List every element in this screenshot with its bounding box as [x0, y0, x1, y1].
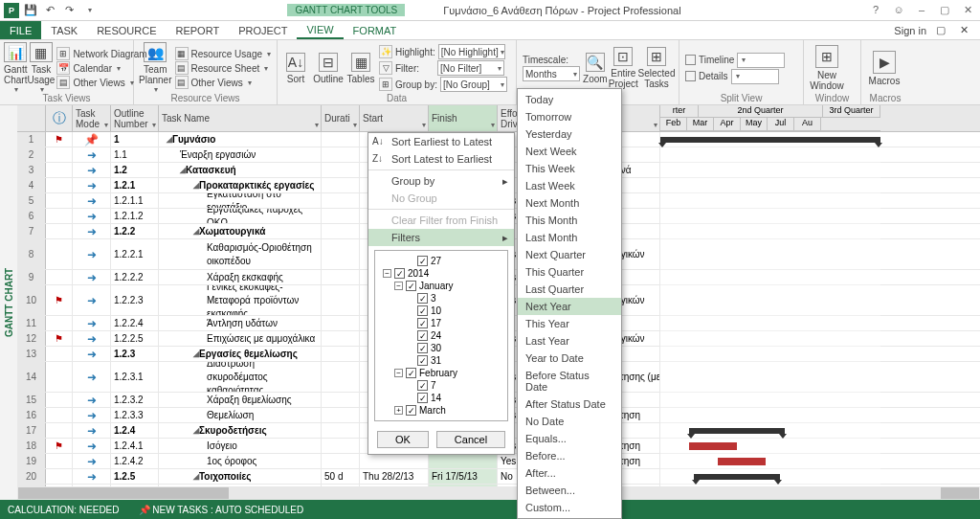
- app-icon[interactable]: P: [4, 3, 19, 18]
- filters-menu[interactable]: Filters▸: [368, 229, 514, 246]
- ctx-year-to-date[interactable]: Year to Date: [518, 350, 621, 367]
- outline-button[interactable]: ⊟Outline: [312, 42, 345, 94]
- ctx-this-week[interactable]: This Week: [518, 160, 621, 177]
- close-button[interactable]: ✕: [959, 4, 976, 16]
- status-schedule-mode: 📌 NEW TASKS : AUTO SCHEDULED: [139, 505, 304, 515]
- group-macros: Macros: [861, 93, 909, 103]
- ctx-equals-[interactable]: Equals...: [518, 430, 621, 447]
- group-by-menu[interactable]: Group by▸: [368, 172, 514, 190]
- redo-icon[interactable]: ↷: [61, 3, 77, 18]
- minimize-button[interactable]: –: [913, 4, 930, 16]
- timescale-select[interactable]: Months▾: [523, 66, 580, 81]
- ctx-after-[interactable]: After...: [518, 464, 621, 482]
- other-views2-button[interactable]: ▤Other Views▾: [173, 76, 273, 89]
- hdr-finish[interactable]: Finish▾: [429, 105, 498, 131]
- no-group: No Group: [368, 190, 514, 207]
- context-tab-label: GANTT CHART TOOLS: [287, 4, 405, 16]
- groupby-select[interactable]: [No Group]▾: [440, 77, 507, 92]
- ctx-tomorrow[interactable]: Tomorrow: [518, 108, 621, 125]
- ctx-this-quarter[interactable]: This Quarter: [518, 263, 621, 281]
- selected-tasks-button[interactable]: ⊞Selected Tasks: [638, 42, 675, 94]
- tab-resource[interactable]: RESOURCE: [87, 21, 166, 39]
- table-row[interactable]: 19➜1.2.4.21ος όροφοςYesΣυνεργείο σκυροδέ…: [17, 454, 980, 469]
- resource-sheet-button[interactable]: ▤Resource Sheet▾: [173, 61, 273, 75]
- column-headers: ⓘ Task Mode▾ Outline Number▾ Task Name▾ …: [17, 105, 980, 132]
- hdr-duration[interactable]: Durati▾: [322, 105, 360, 131]
- group-data: Data: [278, 93, 516, 103]
- ctx-between-[interactable]: Between...: [518, 482, 621, 499]
- ctx-last-year[interactable]: Last Year: [518, 332, 621, 350]
- tab-view[interactable]: VIEW: [297, 21, 343, 39]
- tab-format[interactable]: FORMAT: [344, 21, 407, 39]
- qat-dropdown-icon[interactable]: ▾: [82, 3, 98, 18]
- ctx-before-status-date[interactable]: Before Status Date: [518, 367, 621, 395]
- zoom-button[interactable]: 🔍Zoom: [582, 42, 609, 94]
- team-planner-button[interactable]: 👥Team Planner▾: [138, 42, 173, 94]
- task-usage-button[interactable]: ▦Task Usage▾: [27, 42, 55, 94]
- hdr-task-mode[interactable]: Task Mode▾: [73, 105, 111, 131]
- group-window: Window: [804, 93, 860, 103]
- details-check[interactable]: Details▾: [683, 69, 799, 84]
- tab-task[interactable]: TASK: [41, 21, 87, 39]
- hdr-q3: 3rd Quarter: [823, 105, 880, 117]
- sort-earliest[interactable]: A↓Sort Earliest to Latest: [368, 133, 514, 150]
- timeline-check[interactable]: Timeline▾: [683, 53, 799, 68]
- undo-icon[interactable]: ↶: [42, 3, 57, 18]
- hdr-q1: rter: [660, 105, 699, 117]
- ctx-last-quarter[interactable]: Last Quarter: [518, 281, 621, 298]
- ctx-today[interactable]: Today: [518, 91, 621, 108]
- ctx-yesterday[interactable]: Yesterday: [518, 125, 621, 143]
- ctx-custom-[interactable]: Custom...: [518, 499, 621, 516]
- new-window-button[interactable]: ⊞New Window: [808, 42, 846, 94]
- status-bar: CALCULATION: NEEDED 📌 NEW TASKS : AUTO S…: [0, 500, 980, 519]
- ctx-last-month[interactable]: Last Month: [518, 229, 621, 246]
- resource-usage-button[interactable]: ▦Resource Usage▾: [173, 47, 273, 60]
- date-filters-submenu: TodayTomorrowYesterdayNext WeekThis Week…: [517, 88, 622, 519]
- hdr-indicators[interactable]: ⓘ: [46, 105, 73, 131]
- hdr-outline-number[interactable]: Outline Number▾: [111, 105, 159, 131]
- hdr-start[interactable]: Start▾: [360, 105, 429, 131]
- tab-file[interactable]: FILE: [0, 21, 41, 39]
- highlight-select[interactable]: [No Highlight]▾: [438, 44, 505, 59]
- clear-filter: Clear Filter from Finish: [368, 212, 514, 229]
- window-title: Γυμνάσιο_6 Ανάθεση Πόρων - Project Profe…: [443, 5, 680, 16]
- date-tree[interactable]: ✓27 −✓2014 −✓January ✓3 ✓10 ✓17 ✓24 ✓30 …: [374, 250, 508, 421]
- ribbon-tabs: FILE TASK RESOURCE REPORT PROJECT VIEW F…: [0, 21, 980, 40]
- ctx-before-[interactable]: Before...: [518, 447, 621, 464]
- ctx-last-week[interactable]: Last Week: [518, 177, 621, 194]
- horizontal-scrollbar[interactable]: [17, 486, 980, 500]
- quick-access-toolbar: P 💾 ↶ ↷ ▾: [0, 3, 101, 18]
- macros-button[interactable]: ▶Macros: [865, 42, 903, 94]
- fullscreen-button[interactable]: ▢: [936, 4, 953, 16]
- ctx-next-month[interactable]: Next Month: [518, 194, 621, 212]
- tables-button[interactable]: ▦Tables: [346, 42, 375, 94]
- hdr-task-name[interactable]: Task Name▾: [159, 105, 322, 131]
- sort-latest[interactable]: Z↓Sort Latest to Earliest: [368, 150, 514, 168]
- ribbon: 📊Gantt Chart▾ ▦Task Usage▾ ⊞Network Diag…: [0, 40, 980, 105]
- table-row[interactable]: 20➜1.2.5Τοιχοποιίες50 dThu 28/2/13Fri 17…: [17, 469, 980, 485]
- tab-project[interactable]: PROJECT: [229, 21, 297, 39]
- tab-report[interactable]: REPORT: [167, 21, 230, 39]
- ctx-no-date[interactable]: No Date: [518, 413, 621, 430]
- filter-select[interactable]: [No Filter]▾: [437, 60, 504, 76]
- ctx-next-quarter[interactable]: Next Quarter: [518, 246, 621, 263]
- ctx-this-month[interactable]: This Month: [518, 212, 621, 229]
- group-resource-views: Resource Views: [134, 93, 277, 103]
- entire-project-button[interactable]: ⊡Entire Project: [609, 42, 638, 94]
- group-split-view: Split View: [679, 93, 803, 103]
- ctx-next-week[interactable]: Next Week: [518, 143, 621, 160]
- ctx-this-year[interactable]: This Year: [518, 315, 621, 332]
- hdr-rownum[interactable]: [17, 105, 46, 131]
- feedback-button[interactable]: ☺: [890, 4, 907, 16]
- filter-cancel-button[interactable]: Cancel: [436, 431, 505, 448]
- ctx-after-status-date[interactable]: After Status Date: [518, 395, 621, 413]
- filter-ok-button[interactable]: OK: [377, 431, 429, 448]
- help-button[interactable]: ?: [867, 4, 884, 16]
- sort-button[interactable]: A↓Sort: [281, 42, 310, 94]
- ctx-next-year[interactable]: Next Year: [518, 298, 621, 315]
- gantt-chart-button[interactable]: 📊Gantt Chart▾: [4, 42, 27, 94]
- sign-in[interactable]: Sign in ▢✕: [894, 21, 980, 39]
- save-icon[interactable]: 💾: [23, 3, 38, 18]
- group-task-views: Task Views: [0, 93, 133, 103]
- hdr-q2: 2nd Quarter: [699, 105, 823, 117]
